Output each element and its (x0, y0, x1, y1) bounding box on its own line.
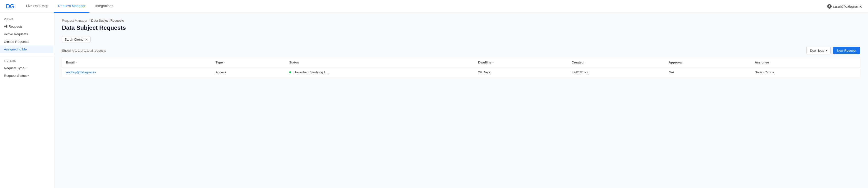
top-navigation: DG Live Data Map Request Manager Integra… (0, 0, 868, 13)
user-info: sarah@datagrail.io (827, 4, 862, 9)
page-title: Data Subject Requests (62, 24, 860, 31)
results-count: Showing 1-1 of 1 total requests (62, 49, 106, 52)
sidebar-item-all-requests[interactable]: All Requests (0, 23, 54, 30)
sidebar-item-assigned-to-me[interactable]: Assigned to Me (0, 46, 54, 53)
filter-request-type-label: Request Type (4, 66, 24, 70)
cell-created: 02/01/2022 (568, 68, 665, 77)
table-header-bar: Showing 1-1 of 1 total requests Download… (62, 47, 860, 54)
download-label: Download (810, 49, 824, 52)
chevron-down-icon: ▾ (28, 74, 29, 77)
filters-section-label: Filters (0, 59, 54, 64)
filter-tag-close-button[interactable]: ✕ (85, 38, 88, 41)
logo-text: DG (6, 3, 14, 9)
requests-table: Email ≡ Type ≡ Status (62, 57, 860, 77)
cell-email: andrey@datagrail.io (62, 68, 212, 77)
col-header-type[interactable]: Type ≡ (212, 58, 285, 68)
user-email: sarah@datagrail.io (833, 4, 862, 8)
status-text: Unverified: Verifying E... (293, 71, 329, 74)
sort-icon-deadline: ≡ (492, 61, 494, 64)
col-header-status: Status (285, 58, 474, 68)
cell-type: Access (212, 68, 285, 77)
new-request-button[interactable]: New Request (833, 47, 860, 54)
download-button[interactable]: Download ▾ (806, 47, 831, 54)
nav-live-data-map[interactable]: Live Data Map (22, 0, 52, 13)
filter-request-status[interactable]: Request Status ▾ (0, 72, 54, 79)
logo[interactable]: DG (6, 3, 14, 10)
col-header-deadline[interactable]: Deadline ≡ (474, 58, 568, 68)
sort-icon-created: ↓ (584, 61, 586, 64)
col-header-created[interactable]: Created ↓ (568, 58, 665, 68)
cell-assignee: Sarah Cirone (751, 68, 860, 77)
main-layout: Views All Requests Active Requests Close… (0, 13, 868, 188)
cell-status: Unverified: Verifying E... (285, 68, 474, 77)
filter-request-status-label: Request Status (4, 74, 27, 78)
user-avatar-icon (827, 4, 832, 9)
filter-tag-label: Sarah Cirone (65, 38, 84, 41)
col-header-assignee: Assignee (751, 58, 860, 68)
sort-icon-email: ≡ (76, 61, 77, 64)
nav-request-manager[interactable]: Request Manager (54, 0, 89, 13)
views-section-label: Views (0, 18, 54, 23)
filter-tag-sarah-cirone: Sarah Cirone ✕ (62, 36, 91, 43)
breadcrumb-parent[interactable]: Request Manager (62, 19, 87, 22)
chevron-down-icon: ▾ (826, 49, 827, 52)
chevron-down-icon: ▾ (25, 67, 27, 70)
active-filters: Sarah Cirone ✕ (62, 36, 860, 43)
sidebar-divider (0, 56, 54, 56)
cell-deadline: 29 Days (474, 68, 568, 77)
nav-integrations[interactable]: Integrations (91, 0, 117, 13)
email-link[interactable]: andrey@datagrail.io (66, 71, 96, 74)
col-header-email[interactable]: Email ≡ (62, 58, 212, 68)
table-actions: Download ▾ New Request (806, 47, 860, 54)
sidebar: Views All Requests Active Requests Close… (0, 13, 54, 188)
table-header-row: Email ≡ Type ≡ Status (62, 58, 860, 68)
breadcrumb-separator: / (89, 19, 90, 22)
filter-request-type[interactable]: Request Type ▾ (0, 64, 54, 72)
status-dot-icon (289, 71, 291, 73)
sidebar-item-closed-requests[interactable]: Closed Requests (0, 38, 54, 46)
sidebar-item-active-requests[interactable]: Active Requests (0, 30, 54, 38)
breadcrumb: Request Manager / Data Subject Requests (62, 19, 860, 22)
breadcrumb-current: Data Subject Requests (91, 19, 124, 22)
nav-links: Live Data Map Request Manager Integratio… (22, 0, 827, 13)
sort-icon-type: ≡ (224, 61, 225, 64)
svg-point-0 (829, 5, 830, 6)
table-row: andrey@datagrail.io Access Unverified: V… (62, 68, 860, 77)
cell-approval: N/A (665, 68, 751, 77)
col-header-approval: Approval (665, 58, 751, 68)
main-content: Request Manager / Data Subject Requests … (54, 13, 868, 188)
